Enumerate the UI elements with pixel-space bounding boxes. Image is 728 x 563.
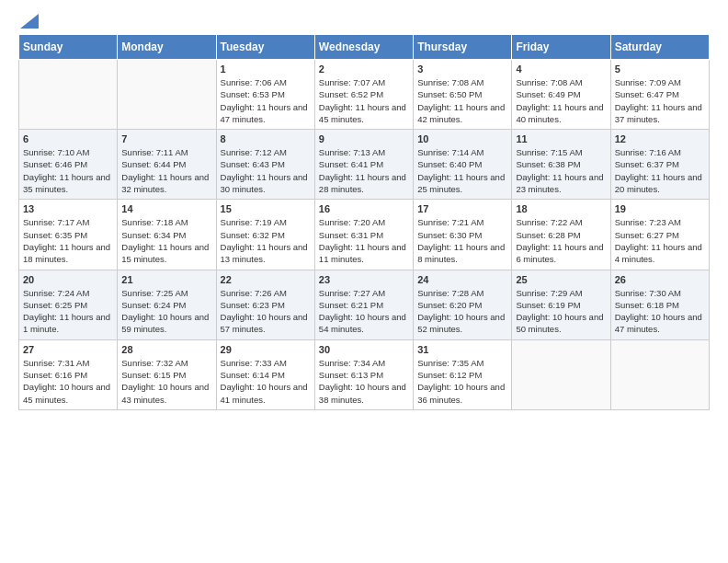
calendar-cell: 28Sunrise: 7:32 AM Sunset: 6:15 PM Dayli… [118, 339, 216, 409]
day-info: Sunrise: 7:06 AM Sunset: 6:53 PM Dayligh… [221, 76, 311, 125]
day-info: Sunrise: 7:28 AM Sunset: 6:20 PM Dayligh… [417, 287, 507, 336]
header-row: SundayMondayTuesdayWednesdayThursdayFrid… [19, 35, 710, 60]
day-info: Sunrise: 7:20 AM Sunset: 6:31 PM Dayligh… [319, 216, 409, 265]
logo-icon [20, 14, 39, 29]
day-number: 13 [23, 203, 113, 214]
day-number: 15 [221, 203, 311, 214]
day-header-tuesday: Tuesday [216, 35, 314, 60]
calendar-cell: 8Sunrise: 7:12 AM Sunset: 6:43 PM Daylig… [216, 130, 314, 200]
calendar-cell: 7Sunrise: 7:11 AM Sunset: 6:44 PM Daylig… [118, 130, 216, 200]
day-info: Sunrise: 7:17 AM Sunset: 6:35 PM Dayligh… [23, 216, 113, 265]
week-row-3: 20Sunrise: 7:24 AM Sunset: 6:25 PM Dayli… [19, 270, 710, 339]
day-info: Sunrise: 7:19 AM Sunset: 6:32 PM Dayligh… [221, 216, 311, 265]
day-number: 23 [319, 274, 409, 285]
week-row-2: 13Sunrise: 7:17 AM Sunset: 6:35 PM Dayli… [19, 200, 710, 270]
calendar-cell: 2Sunrise: 7:07 AM Sunset: 6:52 PM Daylig… [314, 60, 413, 130]
day-info: Sunrise: 7:11 AM Sunset: 6:44 PM Dayligh… [121, 146, 211, 195]
day-info: Sunrise: 7:07 AM Sunset: 6:52 PM Dayligh… [319, 76, 409, 125]
day-info: Sunrise: 7:31 AM Sunset: 6:16 PM Dayligh… [23, 357, 113, 406]
day-header-sunday: Sunday [19, 35, 118, 60]
day-info: Sunrise: 7:26 AM Sunset: 6:23 PM Dayligh… [221, 287, 311, 336]
day-info: Sunrise: 7:13 AM Sunset: 6:41 PM Dayligh… [319, 146, 409, 195]
calendar-cell: 12Sunrise: 7:16 AM Sunset: 6:37 PM Dayli… [610, 130, 709, 200]
day-info: Sunrise: 7:10 AM Sunset: 6:46 PM Dayligh… [23, 146, 113, 195]
day-info: Sunrise: 7:08 AM Sunset: 6:50 PM Dayligh… [417, 76, 507, 125]
day-number: 14 [121, 203, 211, 214]
calendar-cell: 13Sunrise: 7:17 AM Sunset: 6:35 PM Dayli… [19, 200, 118, 270]
day-info: Sunrise: 7:09 AM Sunset: 6:47 PM Dayligh… [615, 76, 705, 125]
calendar-cell [512, 339, 610, 409]
page: SundayMondayTuesdayWednesdayThursdayFrid… [0, 0, 728, 424]
day-info: Sunrise: 7:27 AM Sunset: 6:21 PM Dayligh… [319, 287, 409, 336]
calendar-cell: 25Sunrise: 7:29 AM Sunset: 6:19 PM Dayli… [512, 270, 610, 339]
calendar-cell: 3Sunrise: 7:08 AM Sunset: 6:50 PM Daylig… [414, 60, 512, 130]
day-number: 2 [319, 63, 409, 75]
day-info: Sunrise: 7:33 AM Sunset: 6:14 PM Dayligh… [221, 357, 311, 406]
calendar-cell: 11Sunrise: 7:15 AM Sunset: 6:38 PM Dayli… [512, 130, 610, 200]
day-number: 11 [516, 133, 606, 144]
calendar-cell: 19Sunrise: 7:23 AM Sunset: 6:27 PM Dayli… [610, 200, 709, 270]
calendar-cell: 15Sunrise: 7:19 AM Sunset: 6:32 PM Dayli… [216, 200, 314, 270]
calendar-cell: 24Sunrise: 7:28 AM Sunset: 6:20 PM Dayli… [414, 270, 512, 339]
calendar-cell: 1Sunrise: 7:06 AM Sunset: 6:53 PM Daylig… [216, 60, 314, 130]
week-row-4: 27Sunrise: 7:31 AM Sunset: 6:16 PM Dayli… [19, 339, 710, 409]
calendar-cell: 18Sunrise: 7:22 AM Sunset: 6:28 PM Dayli… [512, 200, 610, 270]
calendar-cell [610, 339, 709, 409]
day-info: Sunrise: 7:21 AM Sunset: 6:30 PM Dayligh… [417, 216, 507, 265]
day-number: 5 [615, 63, 705, 75]
day-info: Sunrise: 7:14 AM Sunset: 6:40 PM Dayligh… [417, 146, 507, 195]
day-info: Sunrise: 7:24 AM Sunset: 6:25 PM Dayligh… [23, 287, 113, 336]
day-number: 12 [615, 133, 705, 144]
day-header-thursday: Thursday [414, 35, 512, 60]
calendar-cell: 31Sunrise: 7:35 AM Sunset: 6:12 PM Dayli… [414, 339, 512, 409]
day-number: 10 [417, 133, 507, 144]
day-info: Sunrise: 7:23 AM Sunset: 6:27 PM Dayligh… [615, 216, 705, 265]
day-number: 28 [121, 344, 211, 355]
day-header-friday: Friday [512, 35, 610, 60]
day-number: 22 [221, 274, 311, 285]
calendar-cell: 14Sunrise: 7:18 AM Sunset: 6:34 PM Dayli… [118, 200, 216, 270]
day-number: 31 [417, 344, 507, 355]
day-number: 19 [615, 203, 705, 214]
day-number: 29 [221, 344, 311, 355]
day-info: Sunrise: 7:15 AM Sunset: 6:38 PM Dayligh… [516, 146, 606, 195]
day-info: Sunrise: 7:08 AM Sunset: 6:49 PM Dayligh… [516, 76, 606, 125]
calendar-cell: 5Sunrise: 7:09 AM Sunset: 6:47 PM Daylig… [610, 60, 709, 130]
day-header-saturday: Saturday [610, 35, 709, 60]
calendar-table: SundayMondayTuesdayWednesdayThursdayFrid… [18, 34, 710, 410]
calendar-cell [19, 60, 118, 130]
day-info: Sunrise: 7:29 AM Sunset: 6:19 PM Dayligh… [516, 287, 606, 336]
calendar-cell: 21Sunrise: 7:25 AM Sunset: 6:24 PM Dayli… [118, 270, 216, 339]
day-number: 4 [516, 63, 606, 75]
day-number: 9 [319, 133, 409, 144]
day-number: 20 [23, 274, 113, 285]
day-info: Sunrise: 7:34 AM Sunset: 6:13 PM Dayligh… [319, 357, 409, 406]
calendar-cell: 27Sunrise: 7:31 AM Sunset: 6:16 PM Dayli… [19, 339, 118, 409]
day-number: 1 [221, 63, 311, 75]
day-number: 24 [417, 274, 507, 285]
calendar-cell [118, 60, 216, 130]
logo [18, 14, 39, 23]
day-number: 6 [23, 133, 113, 144]
day-info: Sunrise: 7:35 AM Sunset: 6:12 PM Dayligh… [417, 357, 507, 406]
day-number: 26 [615, 274, 705, 285]
day-number: 21 [121, 274, 211, 285]
calendar-cell: 22Sunrise: 7:26 AM Sunset: 6:23 PM Dayli… [216, 270, 314, 339]
calendar-cell: 23Sunrise: 7:27 AM Sunset: 6:21 PM Dayli… [314, 270, 413, 339]
day-number: 30 [319, 344, 409, 355]
day-number: 17 [417, 203, 507, 214]
svg-marker-0 [20, 14, 39, 29]
calendar-cell: 17Sunrise: 7:21 AM Sunset: 6:30 PM Dayli… [414, 200, 512, 270]
day-number: 8 [221, 133, 311, 144]
calendar-cell: 9Sunrise: 7:13 AM Sunset: 6:41 PM Daylig… [314, 130, 413, 200]
day-header-monday: Monday [118, 35, 216, 60]
calendar-cell: 10Sunrise: 7:14 AM Sunset: 6:40 PM Dayli… [414, 130, 512, 200]
day-number: 16 [319, 203, 409, 214]
calendar-cell: 20Sunrise: 7:24 AM Sunset: 6:25 PM Dayli… [19, 270, 118, 339]
day-info: Sunrise: 7:25 AM Sunset: 6:24 PM Dayligh… [121, 287, 211, 336]
day-info: Sunrise: 7:16 AM Sunset: 6:37 PM Dayligh… [615, 146, 705, 195]
calendar-cell: 16Sunrise: 7:20 AM Sunset: 6:31 PM Dayli… [314, 200, 413, 270]
day-info: Sunrise: 7:22 AM Sunset: 6:28 PM Dayligh… [516, 216, 606, 265]
day-info: Sunrise: 7:12 AM Sunset: 6:43 PM Dayligh… [221, 146, 311, 195]
week-row-1: 6Sunrise: 7:10 AM Sunset: 6:46 PM Daylig… [19, 130, 710, 200]
